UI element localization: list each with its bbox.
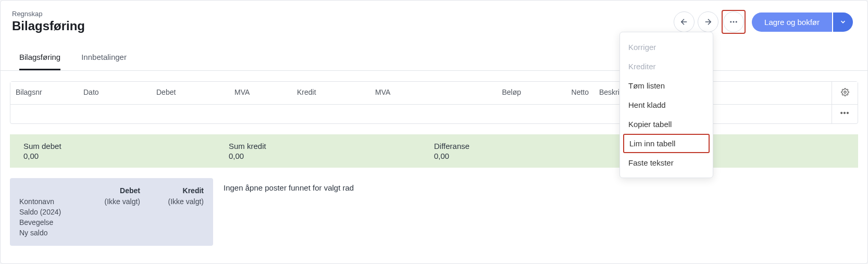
col-kredit: Kredit <box>292 82 370 104</box>
arrow-right-icon <box>703 17 713 27</box>
summary-label: Sum debet <box>23 142 229 150</box>
summary-sum-debet: Sum debet 0,00 <box>23 142 229 160</box>
cell-belop[interactable] <box>448 105 526 123</box>
entries-table: Bilagsnr Dato Debet MVA Kredit MVA Beløp… <box>10 81 858 124</box>
breadcrumb: Regnskap <box>12 10 85 18</box>
menu-item-lim-inn-tabell[interactable]: Lim inn tabell <box>623 134 710 153</box>
cell-debet[interactable] <box>151 105 229 123</box>
svg-point-0 <box>730 21 731 23</box>
arrow-left-icon <box>679 17 689 27</box>
col-dato: Dato <box>78 82 151 104</box>
menu-item-kopier-tabell[interactable]: Kopier tabell <box>620 115 713 134</box>
cell-mva1[interactable] <box>229 105 292 123</box>
menu-item-tom-listen[interactable]: Tøm listen <box>620 76 713 95</box>
menu-item-hent-kladd[interactable]: Hent kladd <box>620 95 713 115</box>
svg-point-3 <box>844 91 846 93</box>
more-actions-button[interactable] <box>723 11 744 32</box>
col-belop: Beløp <box>448 82 526 104</box>
svg-point-2 <box>736 21 737 23</box>
summary-sum-kredit: Sum kredit 0,00 <box>229 142 434 160</box>
col-debet: Debet <box>151 82 229 104</box>
summary-value: 0,00 <box>229 152 434 160</box>
primary-action-dropdown-button[interactable] <box>833 12 853 32</box>
row-more-button[interactable]: ••• <box>832 105 858 123</box>
cell-mva2[interactable] <box>370 105 448 123</box>
table-header-row: Bilagsnr Dato Debet MVA Kredit MVA Beløp… <box>10 82 858 105</box>
info-kredit-value: (Ikke valgt) <box>141 197 204 206</box>
bottom-panels: Debet Kredit Kontonavn (Ikke valgt) (Ikk… <box>10 178 858 246</box>
account-info-box: Debet Kredit Kontonavn (Ikke valgt) (Ikk… <box>10 178 213 246</box>
page-title: Bilagsføring <box>12 19 85 33</box>
col-bilagsnr: Bilagsnr <box>10 82 78 104</box>
cell-netto[interactable] <box>526 105 594 123</box>
more-button-highlight <box>722 10 746 34</box>
info-row-kontonavn: Kontonavn <box>19 197 77 206</box>
col-netto: Netto <box>526 82 594 104</box>
info-col-kredit: Kredit <box>141 186 204 196</box>
info-row-saldo: Saldo (2024) <box>19 207 77 217</box>
save-and-post-button[interactable]: Lagre og bokfør <box>752 12 832 32</box>
gear-icon <box>841 88 849 96</box>
info-row-ny-saldo: Ny saldo <box>19 228 77 237</box>
menu-item-krediter: Krediter <box>620 57 713 76</box>
tabs: Bilagsføring Innbetalinger <box>1 46 867 71</box>
summary-value: 0,00 <box>434 152 639 160</box>
summary-differanse: Differanse 0,00 <box>434 142 639 160</box>
cell-kredit[interactable] <box>292 105 370 123</box>
summary-value: 0,00 <box>23 152 229 160</box>
summary-bar: Sum debet 0,00 Sum kredit 0,00 Differans… <box>10 134 858 168</box>
primary-action-split: Lagre og bokfør <box>752 12 853 32</box>
menu-item-korriger: Korriger <box>620 37 713 57</box>
open-posts-message: Ingen åpne poster funnet for valgt rad <box>224 178 858 246</box>
menu-item-faste-tekster[interactable]: Faste tekster <box>620 153 713 172</box>
content-area: Bilagsnr Dato Debet MVA Kredit MVA Beløp… <box>1 71 867 256</box>
forward-button[interactable] <box>698 11 718 32</box>
svg-point-1 <box>733 21 735 23</box>
table-settings-button[interactable] <box>832 82 858 104</box>
tab-bilagsforing[interactable]: Bilagsføring <box>19 46 60 70</box>
back-button[interactable] <box>674 11 695 32</box>
page-header: Regnskap Bilagsføring Lagre og bokfør <box>1 1 867 41</box>
col-mva2: MVA <box>370 82 448 104</box>
cell-dato[interactable] <box>78 105 151 123</box>
app-window: Regnskap Bilagsføring Lagre og bokfør <box>0 0 868 264</box>
col-mva1: MVA <box>229 82 292 104</box>
summary-label: Sum kredit <box>229 142 434 150</box>
table-row[interactable]: ••• <box>10 105 858 123</box>
tab-innbetalinger[interactable]: Innbetalinger <box>81 46 127 70</box>
info-debet-value: (Ikke valgt) <box>78 197 140 206</box>
chevron-down-icon <box>839 18 847 26</box>
more-horizontal-icon <box>729 17 738 27</box>
more-horizontal-icon: ••• <box>840 109 850 117</box>
info-col-debet: Debet <box>78 186 140 196</box>
cell-bilagsnr[interactable] <box>10 105 78 123</box>
summary-label: Differanse <box>434 142 639 150</box>
more-actions-menu: Korriger Krediter Tøm listen Hent kladd … <box>619 32 713 178</box>
info-row-bevegelse: Bevegelse <box>19 218 77 227</box>
